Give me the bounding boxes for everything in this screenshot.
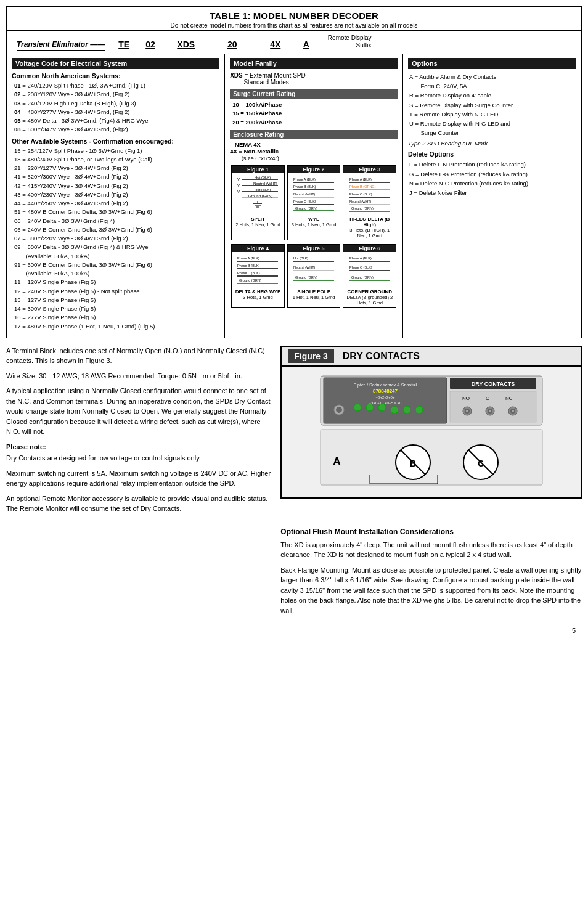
list-item: 07 = 380Y/220V Wye - 3Ø 4W+Grnd (Fig 2) bbox=[12, 234, 219, 243]
list-item: 15 = 150kA/Phase bbox=[230, 109, 398, 118]
list-item: G = Delete L-G Protection (reduces kA ra… bbox=[408, 169, 576, 179]
svg-text:NO: NO bbox=[462, 396, 470, 401]
svg-text:DRY CONTACTS: DRY CONTACTS bbox=[472, 381, 515, 387]
figures-row-2: Figure 4 Phase A (BLK) Phase B (BLK) Pha… bbox=[230, 244, 398, 308]
list-item: 17 = 480V Single Phase (1 Hot, 1 Neu, 1 … bbox=[12, 322, 219, 331]
svg-text:Phase C (BLK): Phase C (BLK) bbox=[293, 200, 316, 203]
dry-contacts-svg: Biptec / Sorinx Yenrex & Snoofull 878848… bbox=[314, 373, 549, 490]
figure2-box: Figure 2 Phase A (BLK) Phase B (BLK) Neu… bbox=[287, 165, 341, 240]
list-item: 14 = 300V Single Phase (Fig 5) bbox=[12, 304, 219, 313]
svg-text:Ground (GRN): Ground (GRN) bbox=[295, 275, 317, 279]
figures-row-1: Figure 1 V Hot (BLK) V Neutral (WHT) V H… bbox=[230, 165, 398, 240]
surge-current-header: Surge Current Rating bbox=[230, 89, 398, 99]
svg-text:Ground (GRN): Ground (GRN) bbox=[351, 275, 374, 279]
list-item: 16 = 277V Single Phase (Fig 5) bbox=[12, 313, 219, 322]
table1-title: TABLE 1: MODEL NUMBER DECODER bbox=[9, 10, 579, 21]
col-model-family: Model Family XDS = External Mount SPD St… bbox=[225, 54, 403, 338]
list-item: 06 = 240V B Corner Gmd Delta, 3Ø 3W+Grnd… bbox=[12, 226, 219, 234]
svg-point-64 bbox=[366, 404, 374, 411]
page: TABLE 1: MODEL NUMBER DECODER Do not cre… bbox=[0, 0, 588, 640]
svg-text:Ground (GRN): Ground (GRN) bbox=[239, 279, 261, 282]
svg-text:Phase B (BLK): Phase B (BLK) bbox=[237, 264, 260, 267]
svg-text:Phase C (BLK): Phase C (BLK) bbox=[349, 266, 372, 269]
figure1-box: Figure 1 V Hot (BLK) V Neutral (WHT) V H… bbox=[231, 165, 285, 240]
col-voltage: Voltage Code for Electrical System Commo… bbox=[7, 54, 225, 338]
svg-text:Hot (BLK): Hot (BLK) bbox=[255, 176, 271, 179]
svg-text:Neutral (WHT): Neutral (WHT) bbox=[293, 192, 316, 196]
svg-text:Ground (GRN): Ground (GRN) bbox=[295, 206, 317, 210]
list-item: 41 = 520Y/300V Wye - 3Ø 4W+Grnd (Fig 2) bbox=[12, 173, 219, 181]
body-text-left: A Terminal Block includes one set of Nor… bbox=[6, 346, 273, 519]
surge-list: 10 = 100kA/Phase 15 = 150kA/Phase 20 = 2… bbox=[230, 100, 398, 127]
flush-para2: Back Flange Mounting: Mount as close as … bbox=[280, 565, 582, 616]
svg-text:Phase A (BLK): Phase A (BLK) bbox=[349, 177, 372, 181]
flush-right-content: Optional Flush Mount Installation Consid… bbox=[280, 526, 582, 621]
please-note-body: Dry Contacts are designed for low voltag… bbox=[6, 453, 273, 463]
enclosure-header: Enclosure Rating bbox=[230, 130, 398, 139]
common-title: Common North American Systems: bbox=[12, 72, 219, 79]
figure3-diagram: Phase A (BLK) Phase B (ORNG) Phase C (BL… bbox=[348, 175, 391, 213]
svg-text:Biptec / Sorinx Yenrex & Snoof: Biptec / Sorinx Yenrex & Snoofull bbox=[354, 383, 417, 388]
list-item: 03 = 240/120V High Leg Delta (B High), (… bbox=[12, 99, 219, 108]
figure4-box: Figure 4 Phase A (BLK) Phase B (BLK) Pha… bbox=[231, 244, 285, 308]
list-item: S = Remote Display with Surge Counter bbox=[408, 100, 576, 110]
svg-text:Neutral (WHT): Neutral (WHT) bbox=[349, 200, 372, 203]
list-item: J = Delete Noise Filter bbox=[408, 188, 576, 197]
svg-text:+0+2+3+0+: +0+2+3+0+ bbox=[375, 396, 394, 399]
list-item: 01 = 240/120V Split Phase - 1Ø, 3W+Grnd,… bbox=[12, 81, 219, 90]
list-item: T = Remote Display with N-G LED bbox=[408, 110, 576, 119]
svg-point-66 bbox=[391, 406, 398, 414]
bottom-section: A Terminal Block includes one set of Nor… bbox=[6, 346, 582, 519]
list-item: 05 = 480V Delta - 3Ø 3W+Grnd, (Fig4) & H… bbox=[12, 116, 219, 125]
svg-text:Phase B (BLK): Phase B (BLK) bbox=[293, 185, 316, 189]
xds-description: XDS = External Mount SPD Standard Modes bbox=[230, 72, 398, 86]
figure2-diagram: Phase A (BLK) Phase B (BLK) Neutral (WHT… bbox=[292, 175, 335, 213]
svg-text:V: V bbox=[237, 177, 240, 181]
decoder-4x: 4X bbox=[266, 39, 285, 51]
list-item: 51 = 480V B Corner Gmd Delta, 3Ø 3W+Grnd… bbox=[12, 208, 219, 216]
other-title: Other Available Systems - Confirmation e… bbox=[12, 137, 219, 145]
list-item: L = Delete L-N Protection (reduces kA ra… bbox=[408, 160, 576, 169]
figure5-box: Figure 5 Hot (BLK) Neutral (WHT) Ground … bbox=[287, 244, 341, 308]
list-item: 06 = 240V Delta - 3Ø 3W+Grnd (Fig 4) bbox=[12, 217, 219, 226]
options-header: Options bbox=[408, 58, 576, 69]
figure3-image: Biptec / Sorinx Yenrex & Snoofull 878848… bbox=[282, 367, 581, 497]
type2-spd-label: Type 2 SPD Bearing cUL Mark bbox=[408, 140, 576, 147]
decoder-xds: XDS bbox=[174, 39, 198, 51]
flush-mount-title: Optional Flush Mount Installation Consid… bbox=[280, 526, 582, 537]
page-number-row: 5 bbox=[6, 627, 582, 634]
table1-body: Voltage Code for Electrical System Commo… bbox=[7, 54, 581, 338]
svg-text:A: A bbox=[333, 455, 341, 468]
list-item: 20 = 200kA/Phase bbox=[230, 118, 398, 127]
svg-text:Hot (BLK): Hot (BLK) bbox=[255, 188, 271, 192]
list-item: 43 = 400Y/230V Wye - 3Ø 4W+Grnd (Fig 2) bbox=[12, 190, 219, 199]
flush-left bbox=[6, 526, 273, 621]
figure3-title: DRY CONTACTS bbox=[343, 351, 420, 362]
common-list: 01 = 240/120V Split Phase - 1Ø, 3W+Grnd,… bbox=[12, 81, 219, 134]
other-list: 15 = 254/127V Split Phase - 1Ø 3W+Grnd (… bbox=[12, 147, 219, 331]
decoder-20: 20 bbox=[223, 39, 242, 51]
para2: Wire Size: 30 - 12 AWG; 18 AWG Recommend… bbox=[6, 371, 273, 381]
list-item: 44 = 440Y/250V Wye - 3Ø 4W+Grnd (Fig 2) bbox=[12, 199, 219, 208]
svg-text:Phase C (BLK): Phase C (BLK) bbox=[349, 192, 372, 196]
para3: A typical application using a Normally C… bbox=[6, 386, 273, 437]
list-item: U = Remote Display with N-G LED and Surg… bbox=[408, 119, 576, 137]
svg-text:Phase A (BLK): Phase A (BLK) bbox=[349, 256, 372, 260]
delete-options-title: Delete Options bbox=[408, 150, 576, 158]
para5: An optional Remote Monitor accessory is … bbox=[6, 494, 273, 514]
list-item: 09 = 600V Delta - 3Ø 3W+Grnd (Fig 4) & H… bbox=[12, 243, 219, 261]
table1-header: TABLE 1: MODEL NUMBER DECODER Do not cre… bbox=[7, 7, 581, 31]
figure6-diagram: Phase A (BLK) Phase C (BLK) Ground (GRN) bbox=[348, 254, 391, 286]
svg-text:C: C bbox=[478, 459, 484, 468]
svg-text:V: V bbox=[237, 190, 240, 194]
svg-text:Neutral (WHT): Neutral (WHT) bbox=[293, 266, 316, 269]
svg-text:+3+0+1 / +0+5 = +0: +3+0+1 / +0+5 = +0 bbox=[369, 401, 402, 405]
flush-para1: The XD is approximately 4" deep. The uni… bbox=[280, 540, 582, 560]
transient-eliminator-label: Transient Eliminator —— bbox=[17, 40, 105, 51]
table1-container: TABLE 1: MODEL NUMBER DECODER Do not cre… bbox=[6, 6, 582, 338]
enclosure-description: NEMA 4X 4X = Non-Metallic (size 6"x6"x4"… bbox=[230, 141, 398, 161]
svg-point-83 bbox=[512, 410, 514, 412]
svg-point-65 bbox=[378, 404, 386, 411]
figure4-diagram: Phase A (BLK) Phase B (BLK) Phase C (BLK… bbox=[236, 254, 279, 286]
para1: A Terminal Block includes one set of Nor… bbox=[6, 346, 273, 366]
